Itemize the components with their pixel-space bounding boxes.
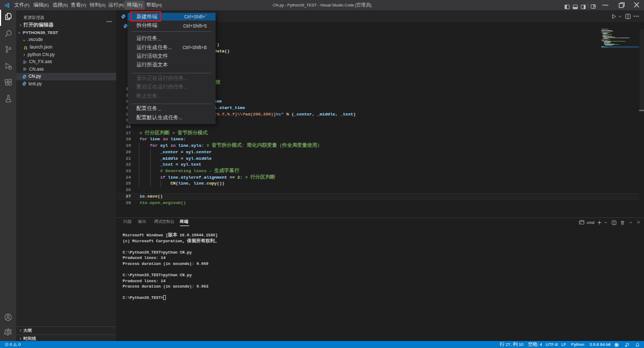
- svg-text:{}: {}: [24, 45, 28, 50]
